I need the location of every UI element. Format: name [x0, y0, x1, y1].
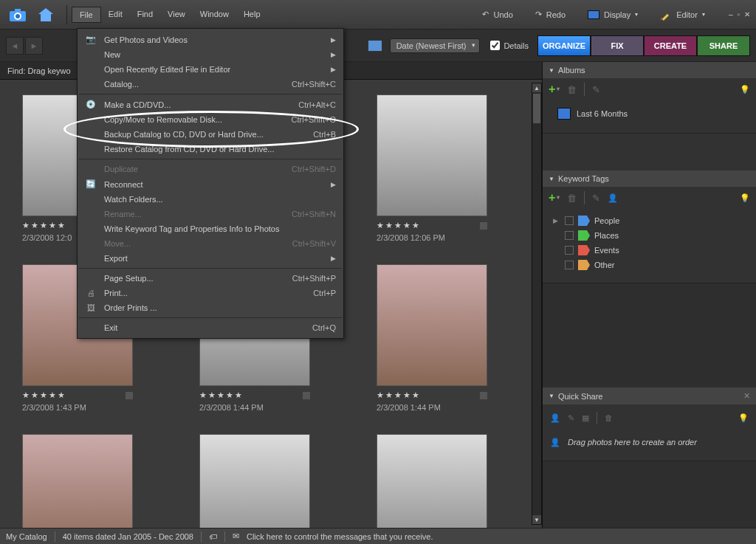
menu-item[interactable]: Copy/Move to Removable Disk...Ctrl+Shift… — [78, 112, 343, 127]
thumbnail-rating[interactable]: ★★★★★ — [22, 390, 133, 400]
camera-icon[interactable] — [6, 3, 30, 27]
menu-view[interactable]: View — [160, 7, 193, 23]
tags-delete-button[interactable]: 🗑 — [567, 193, 577, 204]
tab-organize[interactable]: ORGANIZE — [537, 35, 591, 56]
menu-item[interactable]: New▶ — [78, 47, 343, 62]
editor-dropdown[interactable]: Editor▾ — [654, 6, 711, 24]
mail-icon[interactable]: ✉ — [233, 531, 239, 541]
menu-item[interactable]: 📷Get Photos and Videos▶ — [78, 32, 343, 47]
menu-window[interactable]: Window — [193, 7, 236, 23]
submenu-arrow-icon: ▶ — [331, 51, 336, 58]
menu-help[interactable]: Help — [236, 7, 268, 23]
thumbnail[interactable]: ★★★★★ 2/3/2008 1:44 PM — [377, 264, 487, 412]
details-checkbox[interactable]: Details — [490, 41, 529, 50]
tag-label: Other — [594, 261, 615, 269]
tag-checkbox[interactable] — [565, 216, 574, 225]
menu-item[interactable]: Open Recently Edited File in Editor▶ — [78, 62, 343, 77]
menu-item[interactable]: 🖨Print...Ctrl+P — [78, 286, 343, 300]
keyword-tags-header[interactable]: ▼Keyword Tags — [543, 171, 756, 187]
tag-checkbox[interactable] — [565, 246, 574, 255]
albums-delete-button[interactable]: 🗑 — [567, 84, 577, 95]
thumbnail[interactable]: ★★★★★ — [199, 434, 310, 528]
menu-item[interactable]: ExitCtrl+Q — [78, 320, 343, 335]
thumbnail-image[interactable] — [22, 434, 133, 528]
tag-row[interactable]: Events — [549, 243, 750, 258]
thumbnail-image[interactable] — [377, 264, 487, 386]
minimize-button[interactable]: – — [729, 10, 733, 18]
menu-item: Move...Ctrl+Shift+V — [78, 236, 343, 251]
thumbnail[interactable]: ★★★★★ 2/3/2008 12:06 PM — [377, 94, 487, 242]
thumbnail-date: 2/3/2008 1:43 PM — [22, 403, 133, 412]
catalog-name[interactable]: My Catalog — [6, 532, 47, 541]
menu-find[interactable]: Find — [130, 7, 160, 23]
albums-edit-button[interactable]: ✎ — [592, 84, 600, 95]
menu-item[interactable]: 🖼Order Prints ... — [78, 300, 343, 315]
menu-item[interactable]: Backup Catalog to CD, DVD or Hard Drive.… — [78, 127, 343, 142]
thumbnail-rating[interactable]: ★★★★★ — [377, 221, 487, 230]
maximize-button[interactable]: ▫ — [737, 10, 740, 18]
albums-tip-icon[interactable]: 💡 — [740, 85, 750, 94]
scroll-up[interactable]: ▲ — [532, 83, 541, 92]
menu-item: DuplicateCtrl+Shift+D — [78, 162, 343, 176]
tags-tip-icon[interactable]: 💡 — [740, 193, 750, 203]
thumbnail-image[interactable] — [199, 434, 310, 528]
undo-button[interactable]: ↶Undo — [476, 7, 518, 22]
tags-edit-button[interactable]: ✎ — [592, 193, 600, 204]
status-message[interactable]: Click here to control the messages that … — [247, 532, 433, 541]
view-swatch[interactable] — [368, 40, 382, 52]
tag-checkbox[interactable] — [565, 261, 574, 269]
album-item[interactable]: Last 6 Months — [549, 105, 750, 123]
thumbnail[interactable]: ★★★★★ — [22, 434, 133, 528]
menu-item[interactable]: Catalog...Ctrl+Shift+C — [78, 77, 343, 92]
tags-add-button[interactable]: + — [549, 191, 560, 204]
display-dropdown[interactable]: Display▾ — [582, 7, 644, 22]
tag-icon — [578, 230, 590, 241]
tag-row[interactable]: Places — [549, 228, 750, 243]
scroll-handle[interactable] — [533, 94, 540, 123]
tab-create[interactable]: CREATE — [644, 35, 697, 56]
back-button[interactable]: ◄ — [6, 37, 24, 55]
menu-item[interactable]: Watch Folders... — [78, 192, 343, 207]
quick-share-close[interactable]: ✕ — [743, 391, 750, 401]
scrollbar[interactable]: ▲ ▼ — [532, 83, 542, 525]
forward-button[interactable]: ► — [25, 37, 43, 55]
tag-checkbox[interactable] — [565, 231, 574, 240]
menu-item[interactable]: Restore Catalog from CD, DVD or Hard Dri… — [78, 142, 343, 156]
thumbnail-rating[interactable]: ★★★★★ — [199, 390, 310, 400]
menu-file[interactable]: File — [72, 7, 101, 23]
tags-person-button[interactable]: 👤 — [608, 193, 618, 203]
albums-add-button[interactable]: + — [549, 83, 560, 96]
menu-item[interactable]: Write Keyword Tag and Properties Info to… — [78, 221, 343, 236]
close-button[interactable]: ✕ — [744, 10, 750, 18]
qs-trash-icon[interactable]: 🗑 — [605, 413, 613, 422]
redo-button[interactable]: ↷Redo — [529, 7, 571, 22]
menu-item-shortcut: Ctrl+Shift+O — [291, 115, 336, 124]
tab-fix[interactable]: FIX — [591, 35, 644, 56]
thumbnail-image[interactable] — [377, 434, 487, 528]
menu-item[interactable]: 🔄Reconnect▶ — [78, 176, 343, 192]
thumbnail-rating[interactable]: ★★★★★ — [377, 390, 487, 400]
menu-item[interactable]: Page Setup...Ctrl+Shift+P — [78, 271, 343, 286]
tag-row[interactable]: ▶People — [549, 213, 750, 228]
home-icon[interactable] — [34, 3, 58, 27]
menu-edit[interactable]: Edit — [101, 7, 130, 23]
svg-point-3 — [16, 14, 20, 18]
quick-share-dropzone[interactable]: 👤 Drag photos here to create an order — [550, 431, 749, 453]
thumbnail-image[interactable] — [377, 94, 487, 216]
sort-dropdown[interactable]: Date (Newest First) — [390, 38, 481, 53]
qs-grid-icon[interactable]: ▦ — [582, 413, 589, 423]
qs-tip-icon[interactable]: 💡 — [738, 413, 749, 423]
menu-item-label: Exit — [104, 323, 305, 332]
tag-row[interactable]: Other — [549, 258, 750, 272]
thumbnail[interactable]: ★★★★★ — [377, 434, 487, 528]
scroll-down[interactable]: ▼ — [532, 515, 541, 524]
qs-person-icon[interactable]: 👤 — [550, 413, 560, 423]
qs-edit-icon[interactable]: ✎ — [568, 413, 574, 423]
menu-item[interactable]: Export▶ — [78, 251, 343, 266]
tab-share[interactable]: SHARE — [697, 35, 750, 56]
status-icon-1[interactable]: 🏷 — [209, 532, 217, 541]
quick-share-header[interactable]: ▼Quick Share✕ — [543, 388, 756, 404]
submenu-arrow-icon: ▶ — [331, 36, 336, 44]
albums-header[interactable]: ▼Albums — [543, 62, 756, 78]
menu-item[interactable]: 💿Make a CD/DVD...Ctrl+Alt+C — [78, 97, 343, 112]
